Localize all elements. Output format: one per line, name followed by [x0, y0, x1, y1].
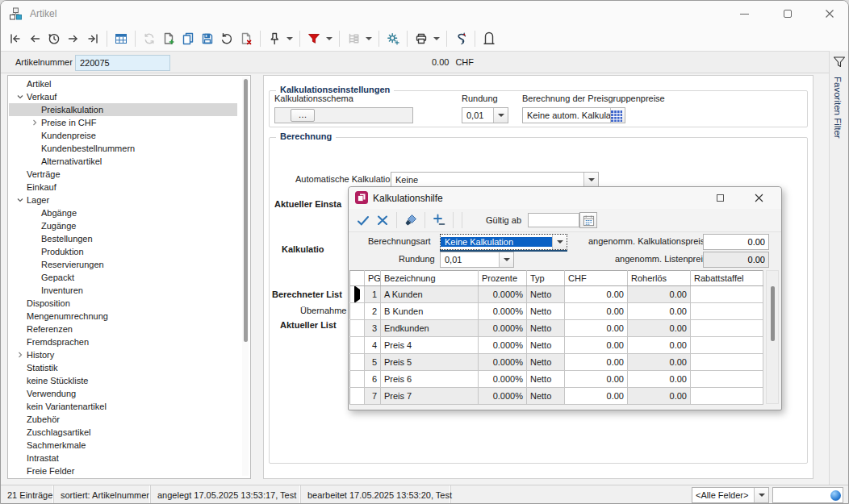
cell-bezeichnung[interactable]: A Kunden: [381, 286, 479, 303]
berechnungsart-combobox[interactable]: Keine Kalkulation: [440, 234, 567, 250]
chevron-down-icon[interactable]: [499, 252, 513, 267]
column-header-bezeichnung[interactable]: Bezeichnung: [381, 271, 479, 286]
nav-first-icon[interactable]: [6, 29, 25, 48]
table-view-icon[interactable]: [111, 29, 131, 48]
maximize-button[interactable]: [769, 1, 806, 27]
cell-prozente[interactable]: 0.000%: [479, 320, 527, 337]
chevron-down-icon[interactable]: [552, 235, 567, 249]
cell-prozente[interactable]: 0.000%: [479, 388, 527, 405]
chevron-down-icon[interactable]: [15, 92, 25, 102]
tree-scrollbar[interactable]: [242, 77, 249, 476]
cell-bezeichnung[interactable]: Preis 5: [381, 354, 479, 371]
delete-record-icon[interactable]: [236, 29, 256, 48]
column-header-rabattstaffel[interactable]: Rabattstaffel: [691, 271, 763, 286]
dialog-maximize-button[interactable]: [704, 187, 736, 208]
add-remove-button[interactable]: [429, 210, 449, 230]
kalkulationspreis-input[interactable]: [703, 234, 769, 250]
print-icon[interactable]: [412, 29, 431, 48]
chevron-down-icon[interactable]: [583, 173, 598, 187]
cell-chf[interactable]: 0.00: [565, 303, 628, 320]
cell-rabattstaffel[interactable]: [691, 388, 763, 405]
row-selector-cell[interactable]: [350, 303, 365, 320]
chevron-down-icon[interactable]: [15, 195, 25, 205]
tree-item-alternativartikel[interactable]: Alternativartikel: [9, 155, 237, 168]
cell-roherl-s[interactable]: 0.00: [628, 303, 691, 320]
cell-roherl-s[interactable]: 0.00: [628, 354, 691, 371]
filter-dropdown[interactable]: [324, 29, 335, 48]
tree-item-referenzen[interactable]: Referenzen: [9, 323, 237, 335]
row-selector-cell[interactable]: [350, 371, 365, 388]
undo-icon[interactable]: [217, 29, 236, 48]
tree-item-freie-felder[interactable]: Freie Felder: [9, 464, 237, 477]
cancel-button[interactable]: [373, 210, 392, 230]
tree-item-kundenpreise[interactable]: Kundenpreise: [9, 129, 237, 142]
tree-item-preise-in-chf[interactable]: Preise in CHF: [9, 116, 237, 129]
nav-prev-icon[interactable]: [25, 29, 44, 48]
tree-item-inventuren[interactable]: Inventuren: [9, 284, 237, 297]
cell-pg[interactable]: 4: [365, 337, 381, 354]
cell-bezeichnung[interactable]: Preis 6: [381, 371, 479, 388]
tree-item-verwendung[interactable]: Verwendung: [9, 387, 237, 400]
settings-plus-icon[interactable]: [383, 29, 403, 48]
cell-prozente[interactable]: 0.000%: [479, 371, 527, 388]
minimize-button[interactable]: [726, 1, 763, 27]
dialog-close-button[interactable]: [742, 187, 775, 208]
cell-typ[interactable]: Netto: [527, 320, 565, 337]
exit-icon[interactable]: [479, 29, 499, 48]
cell-typ[interactable]: Netto: [527, 354, 565, 371]
cell-chf[interactable]: 0.00: [565, 286, 628, 303]
table-row[interactable]: 5Preis 50.000%Netto0.000.00: [350, 354, 763, 371]
new-record-icon[interactable]: [159, 29, 178, 48]
cell-chf[interactable]: 0.00: [565, 354, 628, 371]
column-header-chf[interactable]: CHF: [565, 271, 628, 286]
tree-item-zubeh-r[interactable]: Zubehör: [9, 413, 237, 426]
nav-last-icon[interactable]: [83, 29, 102, 48]
pin-icon[interactable]: [265, 29, 284, 48]
cell-prozente[interactable]: 0.000%: [479, 337, 527, 354]
cell-rabattstaffel[interactable]: [691, 303, 763, 320]
cell-bezeichnung[interactable]: Preis 4: [381, 337, 479, 354]
print-dropdown[interactable]: [431, 29, 442, 48]
tree-item-history[interactable]: History: [9, 348, 237, 361]
tree-item-lager[interactable]: Lager: [9, 194, 237, 206]
row-selector-cell[interactable]: [350, 354, 365, 371]
pin-dropdown[interactable]: [284, 29, 295, 48]
tree-item-statistik[interactable]: Statistik: [9, 361, 237, 374]
tree-view-icon[interactable]: [344, 29, 363, 48]
cell-rabattstaffel[interactable]: [691, 354, 763, 371]
tree-item-gepackt[interactable]: Gepackt: [9, 271, 237, 284]
table-row[interactable]: 6Preis 60.000%Netto0.000.00: [350, 371, 763, 388]
calculator-icon[interactable]: [609, 108, 625, 124]
table-row[interactable]: 3Endkunden0.000%Netto0.000.00: [350, 320, 763, 337]
tree-item-preiskalkulation[interactable]: Preiskalkulation: [9, 103, 237, 116]
tree-scrollbar-thumb[interactable]: [244, 79, 248, 342]
tree-item-fremdsprachen[interactable]: Fremdsprachen: [9, 335, 237, 348]
tree-item-zuschlagsartikel[interactable]: Zuschlagsartikel: [9, 426, 237, 439]
cell-pg[interactable]: 3: [365, 320, 381, 337]
cell-roherl-s[interactable]: 0.00: [628, 337, 691, 354]
table-row[interactable]: 2B Kunden0.000%Netto0.000.00: [350, 303, 763, 320]
cell-pg[interactable]: 2: [365, 303, 381, 320]
cell-rabattstaffel[interactable]: [691, 320, 763, 337]
column-header-pg[interactable]: PG: [365, 271, 381, 286]
table-row[interactable]: 7Preis 70.000%Netto0.000.00: [350, 388, 763, 405]
cell-typ[interactable]: Netto: [527, 303, 565, 320]
tree-item-mengenumrechnung[interactable]: Mengenumrechnung: [9, 310, 237, 323]
row-selector-cell[interactable]: [350, 286, 365, 303]
tree-item-vertr-ge[interactable]: Verträge: [9, 168, 237, 181]
chevron-right-icon[interactable]: [15, 350, 25, 360]
automatische-kalkulation-combobox[interactable]: Keine: [391, 172, 599, 188]
tree-item-zug-nge[interactable]: Zugänge: [9, 219, 237, 232]
cell-chf[interactable]: 0.00: [565, 320, 628, 337]
row-selector-cell[interactable]: [350, 337, 365, 354]
column-header-prozente[interactable]: Prozente: [479, 271, 527, 286]
save-record-icon[interactable]: [198, 29, 217, 48]
cell-typ[interactable]: Netto: [527, 388, 565, 405]
cell-roherl-s[interactable]: 0.00: [628, 388, 691, 405]
cell-typ[interactable]: Netto: [527, 371, 565, 388]
tree-item-intrastat[interactable]: Intrastat: [9, 452, 237, 464]
cell-prozente[interactable]: 0.000%: [479, 286, 527, 303]
column-header-typ[interactable]: Typ: [527, 271, 565, 286]
cell-bezeichnung[interactable]: B Kunden: [381, 303, 479, 320]
table-row[interactable]: 1A Kunden0.000%Netto0.000.00: [350, 286, 763, 303]
